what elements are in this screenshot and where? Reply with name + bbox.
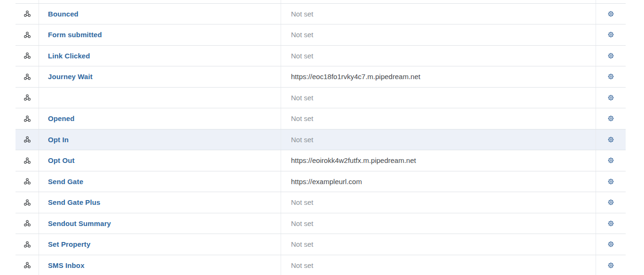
gear-icon <box>606 9 615 18</box>
gear-cell <box>596 213 626 234</box>
webhook-icon <box>24 241 31 248</box>
icon-cell <box>16 192 39 213</box>
value-cell: Not set <box>281 88 596 108</box>
row-settings-button[interactable] <box>605 8 617 19</box>
automation-name-link[interactable]: SMS Inbox <box>48 261 85 269</box>
table-row: Bounced Not set <box>16 4 626 25</box>
icon-cell <box>16 4 39 24</box>
value-cell: Not set <box>281 234 596 255</box>
webhook-icon <box>24 199 31 206</box>
webhook-icon <box>24 136 31 143</box>
gear-cell <box>596 46 626 66</box>
table-row: Sendout Summary Not set <box>16 213 626 235</box>
automation-name-link[interactable]: Opt Out <box>48 156 75 164</box>
gear-cell <box>596 171 626 192</box>
value-cell: Not set <box>281 4 596 24</box>
automation-name-link[interactable]: Set Property <box>48 240 90 248</box>
webhook-value-text: https://exampleurl.com <box>291 178 362 186</box>
webhook-icon <box>24 52 31 59</box>
gear-cell <box>596 66 626 87</box>
value-cell: Not set <box>281 255 596 275</box>
webhook-value-text: Not set <box>291 261 314 269</box>
table-row: Send Gate https://exampleurl.com <box>16 171 626 193</box>
name-cell: Journey Wait <box>39 66 281 87</box>
row-settings-button[interactable] <box>605 134 617 145</box>
gear-icon <box>606 93 615 102</box>
row-settings-button[interactable] <box>605 176 617 187</box>
gear-cell <box>596 24 626 45</box>
name-cell: Send Gate <box>39 171 281 192</box>
webhook-icon <box>24 115 31 122</box>
gear-icon <box>606 177 615 186</box>
table-row-partial <box>16 0 626 4</box>
automation-name-link[interactable]: Sendout Summary <box>48 219 111 227</box>
automation-name-link[interactable]: Send Gate <box>48 178 83 186</box>
icon-cell <box>16 255 39 275</box>
webhook-icon <box>24 261 31 269</box>
icon-cell <box>16 213 39 234</box>
table-row: SMS Inbox Not set <box>16 255 626 275</box>
gear-cell <box>596 150 626 171</box>
gear-cell <box>596 129 626 150</box>
automation-name-link[interactable]: Opened <box>48 114 74 122</box>
webhook-value-text: Not set <box>291 114 314 122</box>
name-cell: Link Clicked <box>39 46 281 66</box>
automation-name-link[interactable]: Form submitted <box>48 31 102 39</box>
webhook-icon <box>24 10 31 17</box>
row-settings-button[interactable] <box>605 155 617 166</box>
automation-name-link[interactable]: Bounced <box>48 10 79 18</box>
gear-cell <box>596 88 626 108</box>
webhook-value-text: Not set <box>291 10 314 18</box>
row-settings-button[interactable] <box>605 239 617 250</box>
icon-cell <box>16 129 39 150</box>
webhook-icon <box>24 178 31 185</box>
automation-name-link[interactable]: Link Clicked <box>48 52 90 60</box>
name-cell: Form submitted <box>39 24 281 45</box>
value-cell: https://exampleurl.com <box>281 171 596 192</box>
webhook-icon <box>24 31 31 39</box>
webhook-icon <box>24 94 31 101</box>
webhook-icon <box>24 219 31 227</box>
table-row: Send Gate Plus Not set <box>16 192 626 213</box>
webhook-value-text: https://eoirokk4w2futfx.m.pipedream.net <box>291 156 416 164</box>
table-row: Form submitted Not set <box>16 24 626 46</box>
webhook-value-text: Not set <box>291 52 314 60</box>
automation-name-link[interactable]: Opt In <box>48 136 69 144</box>
name-cell: Opt In <box>39 129 281 150</box>
name-cell: SMS Inbox <box>39 255 281 275</box>
gear-icon <box>606 261 615 270</box>
icon-cell <box>16 150 39 171</box>
value-cell: Not set <box>281 24 596 45</box>
value-cell: Not set <box>281 192 596 213</box>
name-cell: Opened <box>39 108 281 129</box>
table-row: Opened Not set <box>16 108 626 129</box>
automation-name-link[interactable]: Journey Wait <box>48 73 93 81</box>
row-settings-button[interactable] <box>605 197 617 208</box>
table-rows: Bounced Not set <box>16 4 626 275</box>
row-settings-button[interactable] <box>605 71 617 82</box>
automation-name-link[interactable]: Send Gate Plus <box>48 198 100 206</box>
row-settings-button[interactable] <box>605 259 617 271</box>
webhook-settings-screen: Bounced Not set <box>0 0 644 275</box>
table-row: Journey Wait https://eoc18fo1rvky4c7.m.p… <box>16 66 626 88</box>
row-settings-button[interactable] <box>605 113 617 124</box>
gear-icon <box>606 30 615 39</box>
gear-cell <box>596 192 626 213</box>
gear-icon <box>606 219 615 228</box>
webhook-icon <box>24 73 31 81</box>
row-settings-button[interactable] <box>605 50 617 61</box>
row-settings-button[interactable] <box>605 92 617 103</box>
icon-cell <box>16 234 39 255</box>
icon-cell <box>16 88 39 108</box>
row-settings-button[interactable] <box>605 29 617 40</box>
name-cell: Set Property <box>39 234 281 255</box>
icon-cell <box>16 0 39 3</box>
gear-icon <box>606 114 615 123</box>
value-cell: Not set <box>281 108 596 129</box>
value-cell: Not set <box>281 46 596 66</box>
gear-cell <box>596 234 626 255</box>
gear-cell <box>596 255 626 275</box>
table-row: Opt In Not set <box>16 129 626 151</box>
gear-cell <box>596 4 626 24</box>
row-settings-button[interactable] <box>605 218 617 229</box>
